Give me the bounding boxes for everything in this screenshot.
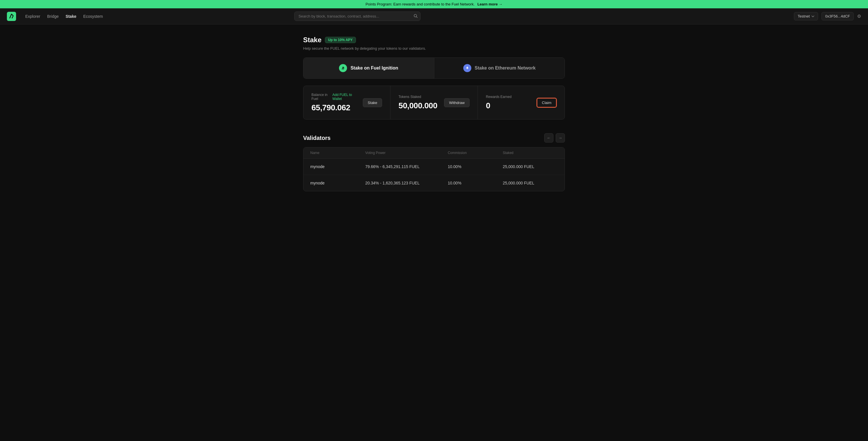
validator-name-2: mynode	[310, 181, 365, 185]
wallet-address-text: 0x3F56...4dCF	[825, 14, 850, 19]
announcement-text: Points Program: Earn rewards and contrib…	[365, 2, 474, 6]
balance-stat-content: Balance in Fuel Add FUEL to Wallet 65,79…	[311, 93, 356, 112]
nav-links: Explorer Bridge Stake Ecosystem	[25, 14, 103, 19]
pagination-prev-button[interactable]: ←	[544, 133, 553, 143]
validators-header: Validators ← →	[303, 133, 565, 143]
rewards-stat-content: Rewards Earned 0	[486, 95, 530, 110]
tab-stake-fuel[interactable]: Stake on Fuel Ignition	[303, 58, 434, 79]
page-title-row: Stake Up to 10% APY	[303, 36, 565, 44]
validators-title: Validators	[303, 135, 331, 141]
table-row[interactable]: mynode 20.34% - 1,620,365.123 FUEL 10.00…	[303, 175, 565, 191]
nav-explorer[interactable]: Explorer	[25, 14, 40, 19]
staked-value: 50,000.000	[398, 101, 437, 110]
staked-label: Tokens Staked	[398, 95, 437, 99]
svg-rect-0	[7, 12, 16, 21]
svg-line-2	[416, 17, 417, 18]
withdraw-button[interactable]: Withdraw	[444, 98, 469, 107]
validator-commission-2: 10.00%	[448, 181, 503, 185]
balance-stat: Balance in Fuel Add FUEL to Wallet 65,79…	[303, 86, 391, 119]
pagination-controls: ← →	[544, 133, 565, 143]
page-title: Stake	[303, 36, 321, 44]
tab-eth-label: Stake on Ethereum Network	[475, 65, 536, 71]
stats-panel: Balance in Fuel Add FUEL to Wallet 65,79…	[303, 86, 565, 119]
header-right: Testnet 0x3F56...4dCF ⚙	[794, 12, 861, 21]
network-tabs: Stake on Fuel Ignition Stake on Ethereum…	[303, 57, 565, 79]
wallet-address-display[interactable]: 0x3F56...4dCF	[822, 12, 854, 21]
pagination-next-button[interactable]: →	[556, 133, 565, 143]
validator-commission-1: 10.00%	[448, 164, 503, 169]
tab-stake-ethereum[interactable]: Stake on Ethereum Network	[434, 58, 565, 79]
fuel-logo-icon	[7, 12, 16, 21]
col-header-commission: Commission	[448, 151, 503, 155]
search-icon	[414, 14, 417, 19]
stake-button[interactable]: Stake	[363, 98, 382, 107]
col-header-name: Name	[310, 151, 365, 155]
table-header: Name Voting Power Commission Staked	[303, 147, 565, 158]
validator-name-1: mynode	[310, 164, 365, 169]
fuel-tab-icon	[339, 64, 347, 72]
ethereum-logo-icon	[465, 66, 470, 70]
rewards-label: Rewards Earned	[486, 95, 530, 99]
header: Explorer Bridge Stake Ecosystem Testnet …	[0, 8, 868, 24]
staked-stat-content: Tokens Staked 50,000.000	[398, 95, 437, 110]
eth-tab-icon	[463, 64, 471, 72]
balance-label: Balance in Fuel Add FUEL to Wallet	[311, 93, 356, 101]
nav-ecosystem[interactable]: Ecosystem	[83, 14, 103, 19]
rewards-stat: Rewards Earned 0 Claim	[478, 86, 565, 119]
table-row[interactable]: mynode 79.66% - 6,345,291.115 FUEL 10.00…	[303, 158, 565, 175]
validator-voting-power-2: 20.34% - 1,620,365.123 FUEL	[365, 181, 448, 185]
add-fuel-link[interactable]: Add FUEL to Wallet	[332, 93, 356, 101]
tab-fuel-label: Stake on Fuel Ignition	[350, 65, 398, 71]
col-header-staked: Staked	[503, 151, 558, 155]
logo	[7, 12, 16, 21]
claim-button[interactable]: Claim	[537, 98, 557, 108]
validators-table: Name Voting Power Commission Staked myno…	[303, 147, 565, 192]
validator-voting-power-1: 79.66% - 6,345,291.115 FUEL	[365, 164, 448, 169]
col-header-voting-power: Voting Power	[365, 151, 448, 155]
announcement-link[interactable]: Learn more →	[477, 2, 502, 6]
rewards-value: 0	[486, 101, 530, 110]
apy-badge: Up to 10% APY	[325, 37, 356, 43]
announcement-bar: Points Program: Earn rewards and contrib…	[0, 0, 868, 8]
balance-value: 65,790.062	[311, 103, 356, 112]
search-input[interactable]	[294, 11, 421, 21]
page-subtitle: Help secure the FUEL network by delegati…	[303, 46, 565, 51]
validator-staked-2: 25,000.000 FUEL	[503, 181, 558, 185]
fuel-logo-small-icon	[341, 66, 345, 70]
nav-bridge[interactable]: Bridge	[47, 14, 59, 19]
network-label: Testnet	[798, 14, 810, 19]
validator-staked-1: 25,000.000 FUEL	[503, 164, 558, 169]
nav-stake[interactable]: Stake	[66, 14, 76, 19]
staked-stat: Tokens Staked 50,000.000 Withdraw	[391, 86, 477, 119]
search-bar-container	[294, 11, 421, 21]
chevron-down-icon	[811, 16, 814, 17]
settings-icon[interactable]: ⚙	[857, 13, 861, 19]
network-selector[interactable]: Testnet	[794, 12, 818, 21]
main-content: Stake Up to 10% APY Help secure the FUEL…	[296, 24, 572, 203]
